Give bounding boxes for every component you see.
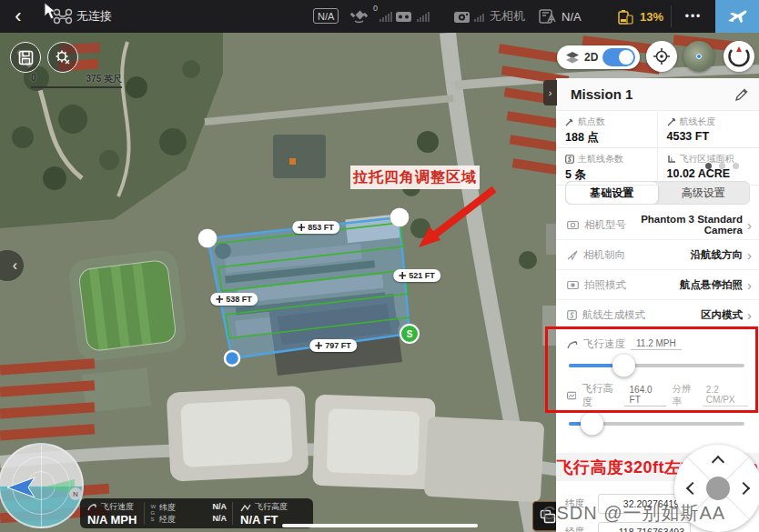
chevron-right-icon: › [747,217,752,233]
heading-icon [567,250,578,260]
gear-edit-icon [55,49,71,65]
wgs-letter: G [150,510,156,517]
remote-controller-icon [395,0,412,33]
map-scale: 0 375 英尺 [31,73,122,88]
nudge-up-button[interactable] [712,456,724,468]
speed-slider-label: 飞行速度 [583,337,625,351]
speed-value-field[interactable]: 11.2 MPH [631,338,682,350]
layers-icon [565,51,580,64]
setting-camera-model[interactable]: 相机型号 Phantom 3 Standard Camera › [556,210,759,240]
altitude-slider[interactable] [569,422,744,426]
toggle-knob [619,50,633,65]
stat-value: 10.02 ACRE [667,167,753,180]
camera-icon [453,0,471,33]
speed-slider-knob[interactable] [612,355,635,377]
s-route-icon [565,155,574,164]
chevron-left-icon: ‹ [13,257,17,274]
stat-value: 188 点 [565,130,650,146]
more-menu-button[interactable]: ••• [678,0,709,33]
setting-route-mode[interactable]: 航线生成模式 区内模式 › [556,300,759,330]
minimap-button[interactable] [683,41,714,72]
stat-label: 航点数 [578,115,605,128]
nudge-left-button[interactable] [686,482,699,495]
stat-waypoints: 航点数 188 点 [556,111,658,148]
map-mode-control[interactable]: 2D [557,45,640,69]
photo-mode-icon [567,280,579,289]
compass-reset-button[interactable] [724,41,754,72]
start-point-marker[interactable]: S [400,325,419,343]
speed-slider[interactable] [569,364,744,367]
mission-header: Mission 1 [556,78,759,111]
stat-main-lines: 主航线条数 5 条 [556,148,658,186]
lat-label: 纬度 [159,502,176,514]
airplane-icon [726,7,748,25]
edge-length-text: 521 FT [409,271,435,280]
watermark: CSDN @一别如斯AA [542,501,725,526]
mission-stats: 航点数 188 点 航线长度 4533 FT 主航线条数 5 条 飞行区域面积 … [556,111,759,175]
edge-length-label-right[interactable]: 521 FT [393,269,440,282]
divider [671,5,672,27]
takeoff-button[interactable] [715,0,759,33]
gps-signal-bars [380,0,392,33]
stat-label: 主航线条数 [578,153,623,166]
flight-mode-icon [539,0,557,33]
altitude-slider-label: 飞行高度 [582,382,618,409]
move-icon [315,342,322,349]
stats-page-dots[interactable] [705,163,739,169]
speed-icon [567,340,578,349]
home-indicator[interactable] [282,524,478,527]
mission-settings-button[interactable] [47,42,78,73]
wgs-label: W G S [150,504,156,523]
scale-zero-label: 0 [31,73,36,85]
rc-signal-bars [417,0,430,33]
altitude-res-icon [567,391,576,400]
attitude-compass[interactable] [0,443,84,528]
move-icon [298,224,305,231]
back-button[interactable]: ‹ [5,0,31,33]
status-bar: ‹ 无连接 N/A 0 [0,0,759,33]
altitude-slider-row: 飞行高度 164.0 FT 分辨率 2.2 CM/PX [567,382,748,426]
stat-label: 航线长度 [680,115,716,128]
corner-handle-selected[interactable] [225,351,239,366]
wgs-letter: W [150,504,156,510]
flight-sliders-section: 飞行速度 11.2 MPH 飞行高度 164.0 FT 分辨率 2.2 CM/P… [556,330,759,446]
compass-icon [727,45,751,68]
edge-length-label-left[interactable]: 538 FT [210,293,258,306]
dpad-center-button[interactable] [706,477,730,500]
start-marker-label: S [407,329,413,339]
save-icon [18,50,34,65]
speed-slider-row: 飞行速度 11.2 MPH [567,337,748,367]
setting-photo-mode[interactable]: 拍照模式 航点悬停拍照 › [556,270,759,300]
longitude-label: 经度 [565,526,598,532]
setting-value: 区内模式 [645,308,743,322]
edge-length-label-top[interactable]: 853 FT [292,221,339,234]
battery-icon [617,0,633,33]
edge-length-label-bottom[interactable]: 797 FT [309,339,357,352]
app-screen: S 853 FT 521 FT 538 FT 797 FT 拉托四角调整区域 [0,0,759,532]
panel-collapse-tab[interactable]: › [543,80,557,105]
save-mission-button[interactable] [10,42,41,73]
crosshair-icon [653,47,671,65]
status-na-badge: N/A [313,8,339,24]
compass-north-badge: N [69,487,82,500]
corner-handle[interactable] [198,229,218,248]
aircraft-heading-arrow [0,445,84,528]
corner-handle[interactable] [390,208,410,227]
locate-me-button[interactable] [646,41,677,72]
edit-pencil-icon[interactable] [735,88,748,101]
camera-icon [567,220,579,229]
nudge-right-button[interactable] [737,482,750,495]
altitude-label: 飞行高度 [255,501,288,513]
battery-percent: 13% [640,0,663,33]
lng-label: 经度 [159,514,176,526]
resolution-label: 分辨率 [672,383,696,408]
altitude-slider-knob[interactable] [581,413,603,436]
move-icon [399,272,406,279]
edge-length-text: 538 FT [226,295,252,304]
speed-icon [87,503,97,512]
2d-mode-toggle[interactable] [602,48,635,66]
flight-mode-value: N/A [562,0,582,33]
altitude-value-field[interactable]: 164.0 FT [624,385,667,407]
lat-value: N/A [213,502,228,514]
setting-camera-heading[interactable]: 相机朝向 沿航线方向 › [556,240,759,270]
